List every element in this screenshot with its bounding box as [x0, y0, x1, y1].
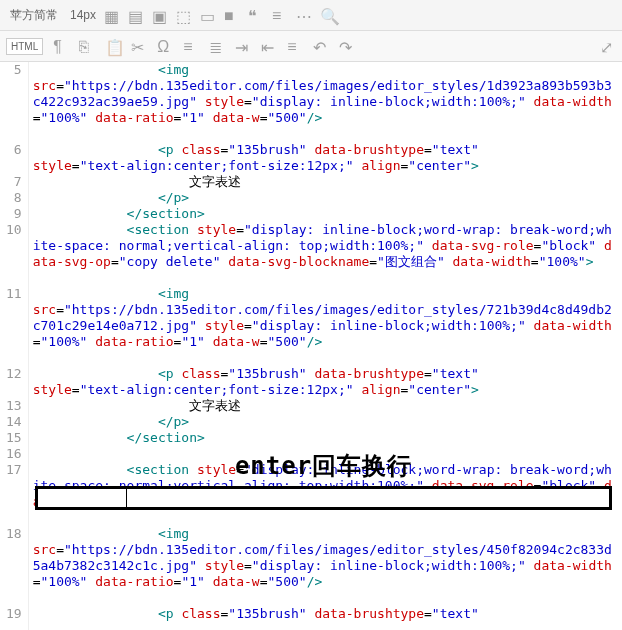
- undo-icon[interactable]: ↶: [313, 38, 329, 54]
- code-area[interactable]: <img src="https://bdn.135editor.com/file…: [29, 62, 622, 630]
- format-icon[interactable]: ¶: [53, 38, 69, 54]
- expand-icon[interactable]: ⤢: [600, 38, 616, 54]
- fontsize-select[interactable]: 14px: [70, 8, 96, 22]
- indent-icon[interactable]: ⇥: [235, 38, 251, 54]
- html-button[interactable]: HTML: [6, 38, 43, 55]
- code-line[interactable]: </section>: [33, 206, 618, 222]
- numlist-icon[interactable]: ≣: [209, 38, 225, 54]
- font-select[interactable]: 苹方简常: [6, 5, 62, 26]
- code-line[interactable]: <p class="135brush" data-brushtype="text…: [33, 366, 618, 398]
- code-line[interactable]: </p>: [33, 414, 618, 430]
- line-number: 12: [6, 366, 22, 398]
- search-icon[interactable]: 🔍: [320, 7, 336, 23]
- code-line[interactable]: 文字表述: [33, 174, 618, 190]
- list-icon[interactable]: ≡: [183, 38, 199, 54]
- line-number: 6: [6, 142, 22, 174]
- link-icon[interactable]: ⬚: [176, 7, 192, 23]
- code-line[interactable]: </p>: [33, 190, 618, 206]
- line-number: 15: [6, 430, 22, 446]
- omega-icon[interactable]: Ω: [157, 38, 173, 54]
- image-icon[interactable]: ▣: [152, 7, 168, 23]
- outdent-icon[interactable]: ⇤: [261, 38, 277, 54]
- code-line[interactable]: <img src="https://bdn.135editor.com/file…: [33, 526, 618, 606]
- line-number: 18: [6, 526, 22, 606]
- redo-icon[interactable]: ↷: [339, 38, 355, 54]
- line-number: 11: [6, 286, 22, 366]
- code-line[interactable]: 文字表述: [33, 398, 618, 414]
- line-number: 14: [6, 414, 22, 430]
- line-number: 10: [6, 222, 22, 286]
- copy-icon[interactable]: ⎘: [79, 38, 95, 54]
- code-line[interactable]: <img src="https://bdn.135editor.com/file…: [33, 62, 618, 142]
- line-number: 13: [6, 398, 22, 414]
- code-line[interactable]: [33, 446, 618, 462]
- line-number: 7: [6, 174, 22, 190]
- line-number: 5: [6, 62, 22, 142]
- code-line[interactable]: </section>: [33, 430, 618, 446]
- table-icon[interactable]: ▤: [128, 7, 144, 23]
- line-gutter: 5678910111213141516171819: [0, 62, 29, 630]
- code-line[interactable]: <section style="display: inline-block;wo…: [33, 222, 618, 286]
- paste-icon[interactable]: 📋: [105, 38, 121, 54]
- line-number: 17: [6, 462, 22, 526]
- more-icon[interactable]: ⋯: [296, 7, 312, 23]
- line-number: 9: [6, 206, 22, 222]
- line-number: 16: [6, 446, 22, 462]
- line-number: 8: [6, 190, 22, 206]
- media-icon[interactable]: ▭: [200, 7, 216, 23]
- code-line[interactable]: <section style="display: inline-block;wo…: [33, 462, 618, 526]
- line-number: 19: [6, 606, 22, 622]
- code-line[interactable]: <img src="https://bdn.135editor.com/file…: [33, 286, 618, 366]
- code-line[interactable]: <p class="135brush" data-brushtype="text…: [33, 606, 618, 622]
- code-line[interactable]: <p class="135brush" data-brushtype="text…: [33, 142, 618, 174]
- toolbar-top: 苹方简常 14px ▦ ▤ ▣ ⬚ ▭ ■ ❝ ≡ ⋯ 🔍: [0, 0, 622, 31]
- bold-icon[interactable]: ▦: [104, 7, 120, 23]
- code-icon[interactable]: ≡: [272, 7, 288, 23]
- quote-icon[interactable]: ❝: [248, 7, 264, 23]
- cut-icon[interactable]: ✂: [131, 38, 147, 54]
- code-editor[interactable]: 5678910111213141516171819 <img src="http…: [0, 62, 622, 630]
- video-icon[interactable]: ■: [224, 7, 240, 23]
- toolbar-second: HTML ¶ ⎘ 📋 ✂ Ω ≡ ≣ ⇥ ⇤ ≡ ↶ ↷ ⤢: [0, 31, 622, 62]
- align-icon[interactable]: ≡: [287, 38, 303, 54]
